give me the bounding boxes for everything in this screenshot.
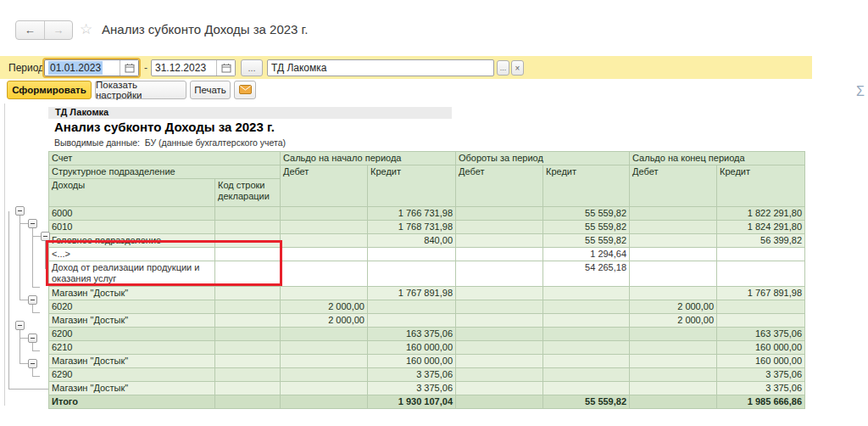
value-cell[interactable]: 3 375,06 [717,368,805,382]
value-cell[interactable]: 55 559,82 [543,221,630,234]
code-cell[interactable] [215,287,281,300]
value-cell[interactable] [456,221,543,234]
value-cell[interactable]: 56 399,82 [717,234,805,248]
value-cell[interactable]: 1 768 731,98 [368,221,456,234]
value-cell[interactable] [630,248,717,261]
value-cell[interactable] [543,300,630,314]
account-cell[interactable]: 6000 [49,207,215,221]
value-cell[interactable] [456,382,543,395]
value-cell[interactable]: 1 767 891,98 [717,287,805,300]
value-cell[interactable]: 3 375,06 [717,382,805,395]
value-cell[interactable]: 163 375,06 [717,328,805,341]
value-cell[interactable] [281,221,368,234]
department-cell[interactable]: Магазин "Достык" [49,314,215,328]
value-cell[interactable] [543,287,630,300]
account-cell[interactable]: 6020 [49,300,215,314]
department-cell[interactable]: Магазин "Достык" [49,287,215,300]
value-cell[interactable] [456,248,543,261]
generate-button[interactable]: Сформировать [7,81,92,99]
value-cell[interactable]: 160 000,00 [368,341,456,355]
calendar-icon[interactable] [216,60,235,76]
value-cell[interactable]: 160 000,00 [368,355,456,368]
value-cell[interactable] [368,261,456,287]
tree-expander-6210[interactable] [28,334,37,343]
value-cell[interactable] [281,287,368,300]
department-cell[interactable]: Головное подразделение [49,234,215,248]
value-cell[interactable] [456,207,543,221]
organization-more-button[interactable]: ... [497,60,509,76]
tree-expander-golovnoe[interactable] [41,232,50,241]
value-cell[interactable]: 1 766 731,98 [368,207,456,221]
value-cell[interactable] [717,300,805,314]
value-cell[interactable]: 55 559,82 [543,234,630,248]
value-cell[interactable]: 3 375,06 [368,368,456,382]
value-cell[interactable] [717,261,805,287]
code-cell[interactable] [215,234,281,248]
tree-expander-6290[interactable] [28,359,37,368]
value-cell[interactable] [630,328,717,341]
value-cell[interactable] [717,314,805,328]
organization-input[interactable]: ТД Лакомка [267,59,494,76]
value-cell[interactable] [281,328,368,341]
value-cell[interactable] [630,221,717,234]
value-cell[interactable] [456,300,543,314]
value-cell[interactable]: 55 559,82 [543,395,630,409]
value-cell[interactable] [543,328,630,341]
value-cell[interactable]: 840,00 [368,234,456,248]
code-cell[interactable] [215,207,281,221]
code-cell[interactable] [215,341,281,355]
tree-expander-6200[interactable] [15,321,25,330]
subconto-cell[interactable]: <...> [49,248,215,261]
value-cell[interactable] [630,395,717,409]
value-cell[interactable]: 3 375,06 [368,382,456,395]
value-cell[interactable] [281,355,368,368]
total-label-cell[interactable]: Итого [49,395,215,409]
value-cell[interactable] [543,341,630,355]
value-cell[interactable] [543,355,630,368]
value-cell[interactable] [456,261,543,287]
value-cell[interactable]: 160 000,00 [717,355,805,368]
value-cell[interactable] [543,382,630,395]
value-cell[interactable] [630,341,717,355]
value-cell[interactable] [543,314,630,328]
value-cell[interactable] [368,248,456,261]
date-to-input[interactable]: 31.12.2023 [151,59,236,76]
value-cell[interactable]: 2 000,00 [281,300,368,314]
value-cell[interactable] [630,234,717,248]
value-cell[interactable] [368,300,456,314]
date-from-input[interactable]: 01.01.2023 [44,59,139,76]
value-cell[interactable] [368,314,456,328]
value-cell[interactable]: 1 767 891,98 [368,287,456,300]
forward-arrow-icon[interactable]: → [45,21,73,39]
value-cell[interactable] [456,355,543,368]
value-cell[interactable] [281,261,368,287]
department-cell[interactable]: Магазин "Достык" [49,355,215,368]
email-button[interactable] [234,81,256,99]
value-cell[interactable] [456,368,543,382]
code-cell[interactable] [215,261,281,287]
value-cell[interactable] [281,382,368,395]
value-cell[interactable] [281,395,368,409]
organization-clear-button[interactable]: × [511,60,524,76]
code-cell[interactable] [215,355,281,368]
value-cell[interactable]: 1 824 291,80 [717,221,805,234]
code-cell[interactable] [215,368,281,382]
value-cell[interactable] [630,207,717,221]
value-cell[interactable]: 1 294,64 [543,248,630,261]
value-cell[interactable] [456,395,543,409]
code-cell[interactable] [215,314,281,328]
value-cell[interactable] [281,368,368,382]
code-cell[interactable] [215,248,281,261]
value-cell[interactable] [456,287,543,300]
value-cell[interactable]: 1 822 291,80 [717,207,805,221]
value-cell[interactable]: 1 930 107,04 [368,395,456,409]
value-cell[interactable] [281,248,368,261]
code-cell[interactable] [215,382,281,395]
value-cell[interactable] [630,355,717,368]
value-cell[interactable] [717,248,805,261]
value-cell[interactable] [630,287,717,300]
account-cell[interactable]: 6200 [49,328,215,341]
tree-expander-6000[interactable] [15,206,25,216]
calendar-icon[interactable] [120,60,138,76]
value-cell[interactable] [543,368,630,382]
